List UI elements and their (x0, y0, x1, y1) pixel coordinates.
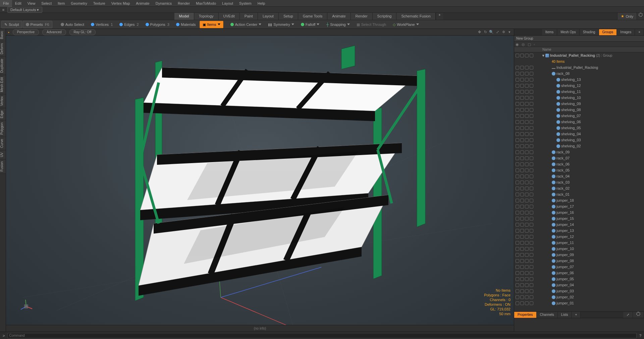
visibility-toggle[interactable] (516, 132, 519, 136)
falloff-dropdown[interactable]: Falloff (298, 21, 323, 28)
lock-toggle[interactable] (530, 259, 533, 263)
palette-duplicate[interactable]: Duplicate (0, 57, 6, 75)
lock-toggle[interactable] (530, 193, 533, 196)
render-toggle[interactable] (520, 265, 524, 269)
tree-item-rack_04[interactable]: rack_04 (514, 173, 644, 179)
render-toggle[interactable] (520, 78, 524, 82)
visibility-toggle[interactable] (516, 114, 519, 118)
render-toggle[interactable] (520, 271, 524, 275)
tab-setup[interactable]: Setup (279, 13, 298, 20)
render-toggle[interactable] (520, 289, 524, 293)
render-toggle[interactable] (520, 96, 524, 100)
rp-tab-mesh-ops[interactable]: Mesh Ops (557, 29, 580, 35)
select-toggle[interactable] (525, 72, 529, 76)
render-toggle[interactable] (520, 187, 524, 190)
visibility-toggle[interactable] (516, 247, 519, 251)
visibility-toggle[interactable] (516, 229, 519, 233)
visibility-toggle[interactable] (516, 168, 519, 172)
pan-icon[interactable]: ✥ (477, 30, 482, 35)
raygl-dropdown[interactable]: Ray GL: Off (69, 29, 96, 35)
lock-toggle[interactable] (530, 241, 533, 245)
select-toggle[interactable] (525, 120, 529, 124)
lock-toggle[interactable] (530, 84, 533, 88)
menu-file[interactable]: File (0, 0, 12, 7)
lock-toggle[interactable] (530, 138, 533, 142)
visibility-toggle[interactable] (516, 120, 519, 124)
add-tab-button[interactable]: + (436, 13, 443, 20)
visibility-toggle[interactable] (516, 78, 519, 82)
select-toggle[interactable] (525, 108, 529, 112)
menu-geometry[interactable]: Geometry (68, 0, 90, 7)
lock-toggle[interactable] (530, 78, 533, 82)
tree-item-rack_05[interactable]: rack_05 (514, 167, 644, 173)
menu-render[interactable]: Render (175, 0, 193, 7)
prop-gear-icon[interactable] (633, 312, 644, 318)
render-toggle[interactable] (520, 84, 524, 88)
render-toggle[interactable] (520, 217, 524, 221)
visibility-toggle[interactable] (516, 211, 519, 214)
tree-item-jumper_10[interactable]: jumper_10 (514, 246, 644, 252)
select-toggle[interactable] (525, 66, 529, 69)
select-toggle[interactable] (525, 114, 529, 118)
tree-item-shelving_03[interactable]: shelving_03 (514, 137, 644, 143)
visibility-toggle[interactable] (516, 205, 519, 208)
render-toggle[interactable] (520, 229, 524, 233)
render-toggle[interactable] (520, 90, 524, 94)
menu-maxtomodo[interactable]: MaxToModo (193, 0, 219, 7)
lock-toggle[interactable] (530, 132, 533, 136)
lock-toggle[interactable] (530, 187, 533, 190)
tree-item-jumper_01[interactable]: jumper_01 (514, 300, 644, 306)
viewport-3d[interactable]: No ItemsPolygons : FaceChannels : 0Defor… (6, 36, 514, 325)
lock-toggle[interactable] (530, 181, 533, 184)
visibility-toggle[interactable] (516, 96, 519, 100)
tab-layout[interactable]: Layout (258, 13, 279, 20)
visibility-toggle[interactable] (516, 54, 519, 57)
new-group-button[interactable]: New Group (514, 36, 644, 42)
select-toggle[interactable] (525, 247, 529, 251)
tree-item-shelving_13[interactable]: shelving_13 (514, 77, 644, 83)
tree-item-rack_03[interactable]: rack_03 (514, 179, 644, 185)
lock-toggle[interactable] (530, 102, 533, 106)
select-toggle[interactable] (525, 96, 529, 100)
palette-curve[interactable]: Curve (0, 137, 6, 150)
select-through-toggle[interactable]: ▦Select Through (354, 21, 389, 28)
tree-item-rack_02[interactable]: rack_02 (514, 185, 644, 191)
select-toggle[interactable] (525, 271, 529, 275)
select-toggle[interactable] (525, 126, 529, 130)
visibility-toggle[interactable] (516, 150, 519, 154)
visibility-toggle[interactable] (516, 193, 519, 196)
select-toggle[interactable] (525, 78, 529, 82)
render-toggle[interactable] (520, 253, 524, 257)
materials-mode[interactable]: Materials (173, 21, 199, 28)
render-toggle[interactable] (520, 235, 524, 239)
filter-target-icon[interactable]: ◎ (522, 42, 526, 46)
palette-deform[interactable]: Deform (0, 41, 6, 57)
visibility-toggle[interactable] (516, 301, 519, 305)
tree-item-shelving_06[interactable]: shelving_06 (514, 119, 644, 125)
prop-tab-channels[interactable]: Channels (537, 312, 558, 318)
select-toggle[interactable] (525, 102, 529, 106)
menu-item[interactable]: Item (55, 0, 68, 7)
visibility-toggle[interactable] (516, 277, 519, 281)
select-toggle[interactable] (525, 205, 529, 208)
palette-edge[interactable]: Edge (0, 108, 6, 120)
lock-toggle[interactable] (530, 126, 533, 130)
render-toggle[interactable] (520, 205, 524, 208)
render-toggle[interactable] (520, 259, 524, 263)
render-toggle[interactable] (520, 193, 524, 196)
workplane-dropdown[interactable]: ◇WorkPlane (390, 21, 422, 28)
menu-layout[interactable]: Layout (219, 0, 236, 7)
visibility-toggle[interactable] (516, 156, 519, 160)
rp-tab-images[interactable]: Images (617, 29, 635, 35)
lock-toggle[interactable] (530, 205, 533, 208)
lock-toggle[interactable] (530, 253, 533, 257)
visibility-toggle[interactable] (516, 223, 519, 227)
tree-item-jumper_07[interactable]: jumper_07 (514, 264, 644, 270)
visibility-toggle[interactable] (516, 66, 519, 69)
tree-item-shelving_04[interactable]: shelving_04 (514, 131, 644, 137)
command-help-icon[interactable]: ? (639, 334, 641, 338)
select-toggle[interactable] (525, 223, 529, 227)
render-toggle[interactable] (520, 199, 524, 202)
select-toggle[interactable] (525, 144, 529, 148)
visibility-toggle[interactable] (516, 175, 519, 178)
